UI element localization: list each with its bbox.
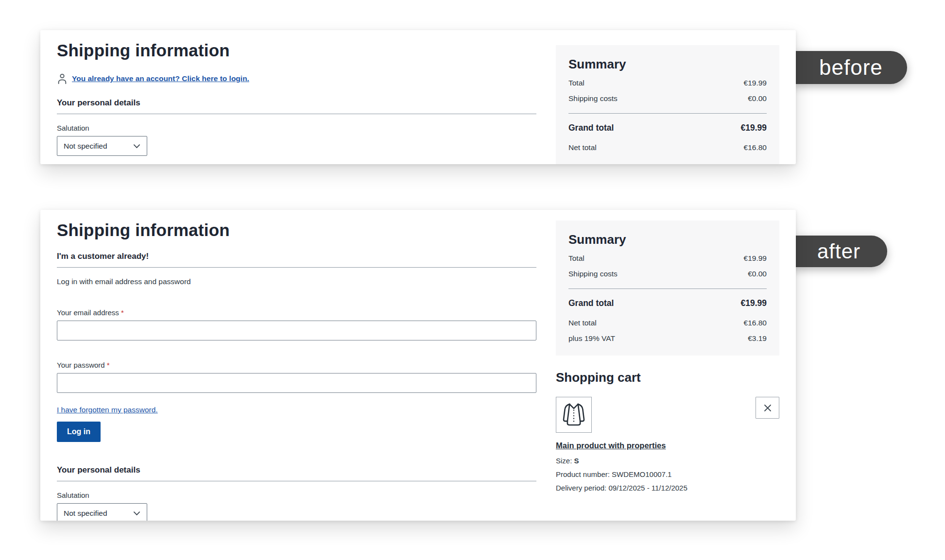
summary-row-grand-total: Grand total €19.99 (568, 123, 767, 133)
size-value: S (574, 457, 579, 465)
page-title: Shipping information (57, 221, 536, 240)
summary-value: €19.99 (740, 298, 767, 308)
email-label: Your email address * (57, 308, 536, 317)
summary-row-vat: plus 19% VAT €3.19 (568, 334, 767, 343)
summary-divider (568, 288, 767, 289)
summary-box: Summary Total €19.99 Shipping costs €0.0… (556, 221, 779, 356)
close-icon (763, 404, 772, 412)
summary-value: €16.80 (744, 319, 767, 327)
email-field[interactable] (57, 321, 536, 340)
summary-value: €3.19 (748, 334, 767, 343)
summary-row-net-total: Net total €16.80 (568, 319, 767, 327)
salutation-selected-value: Not specified (64, 509, 107, 518)
summary-label: Total (568, 79, 584, 87)
summary-value: €19.99 (744, 79, 767, 87)
remove-item-button[interactable] (756, 397, 779, 419)
password-field[interactable] (57, 373, 536, 393)
personal-details-heading: Your personal details (57, 98, 536, 108)
summary-box: Summary Total €19.99 Shipping costs €0.0… (556, 45, 779, 164)
summary-label: Net total (568, 143, 597, 152)
forgot-password-link[interactable]: I have forgotten my password. (57, 406, 158, 414)
after-panel: Shipping information I'm a customer alre… (40, 210, 796, 521)
salutation-selected-value: Not specified (64, 142, 107, 151)
page-title: Shipping information (57, 41, 536, 60)
summary-value: €0.00 (748, 94, 767, 103)
login-account-link[interactable]: You already have an account? Click here … (72, 74, 249, 83)
before-panel: Shipping information You already have an… (40, 30, 796, 164)
salutation-label: Salutation (57, 124, 536, 132)
required-asterisk: * (121, 308, 124, 317)
summary-label: Total (568, 254, 584, 263)
summary-row-shipping: Shipping costs €0.00 (568, 94, 767, 103)
summary-value: €19.99 (744, 254, 767, 263)
summary-heading: Summary (568, 57, 767, 72)
summary-value: €0.00 (748, 270, 767, 278)
summary-label: Shipping costs (568, 270, 618, 278)
login-subtext: Log in with email address and password (57, 277, 536, 286)
password-label: Your password * (57, 361, 536, 369)
login-button[interactable]: Log in (57, 422, 101, 442)
summary-value: €19.99 (740, 123, 767, 133)
personal-details-heading: Your personal details (57, 465, 536, 475)
delivery-value: 09/12/2025 - 11/12/2025 (608, 484, 687, 492)
salutation-select[interactable]: Not specified (57, 503, 147, 521)
jacket-icon (560, 401, 587, 429)
summary-label: Grand total (568, 123, 614, 133)
section-divider (57, 114, 536, 114)
product-name-link[interactable]: Main product with properties (556, 441, 666, 450)
product-size: Size: S (556, 457, 779, 465)
summary-divider (568, 113, 767, 114)
delivery-period: Delivery period: 09/12/2025 - 11/12/2025 (556, 484, 779, 492)
email-label-text: Your email address (57, 308, 119, 317)
product-number: Product number: SWDEMO10007.1 (556, 470, 779, 478)
product-image[interactable] (556, 397, 592, 433)
salutation-select[interactable]: Not specified (57, 136, 147, 156)
summary-row-net-total: Net total €16.80 (568, 143, 767, 152)
summary-label: plus 19% VAT (568, 334, 615, 343)
after-badge: after (792, 236, 887, 267)
password-label-text: Your password (57, 361, 105, 369)
chevron-down-icon (133, 511, 140, 516)
summary-label: Net total (568, 319, 597, 327)
summary-value: €16.80 (744, 143, 767, 152)
person-icon (57, 73, 68, 85)
required-asterisk: * (107, 361, 110, 369)
summary-heading: Summary (568, 232, 767, 247)
salutation-label: Salutation (57, 491, 536, 499)
summary-row-total: Total €19.99 (568, 79, 767, 87)
summary-row-shipping: Shipping costs €0.00 (568, 270, 767, 278)
shopping-cart-heading: Shopping cart (556, 370, 779, 385)
summary-row-total: Total €19.99 (568, 254, 767, 263)
chevron-down-icon (133, 144, 140, 149)
size-label: Size: (556, 457, 572, 465)
customer-already-heading: I'm a customer already! (57, 252, 536, 261)
section-divider (57, 481, 536, 481)
section-divider (57, 267, 536, 268)
before-badge: before (792, 51, 907, 84)
product-number-label: Product number: (556, 470, 610, 478)
product-number-value: SWDEMO10007.1 (612, 470, 671, 478)
summary-label: Grand total (568, 298, 614, 308)
summary-row-grand-total: Grand total €19.99 (568, 298, 767, 308)
delivery-label: Delivery period: (556, 484, 606, 492)
summary-label: Shipping costs (568, 94, 618, 103)
